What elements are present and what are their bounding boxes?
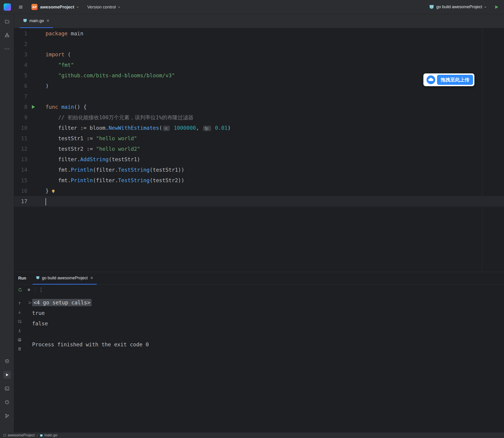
gutter-icon-slot bbox=[27, 175, 46, 186]
folded-output-chip[interactable]: <4 go setup calls> bbox=[32, 299, 92, 306]
line-number[interactable]: 15 bbox=[14, 175, 27, 186]
version-control-widget[interactable]: Version control bbox=[87, 5, 122, 10]
editor-line[interactable]: 16} bbox=[14, 186, 504, 196]
gopher-icon bbox=[429, 4, 434, 10]
line-number[interactable]: 2 bbox=[14, 39, 27, 49]
console-toolbar bbox=[14, 295, 25, 433]
scroll-to-end-icon[interactable] bbox=[16, 327, 23, 334]
code-line-text: func main() { bbox=[46, 102, 86, 112]
run-panel-title[interactable]: Run bbox=[18, 276, 26, 281]
run-tool-window: Run go build awesomeProject × bbox=[14, 272, 504, 433]
line-number[interactable]: 9 bbox=[14, 112, 27, 123]
editor-line[interactable]: 15 fmt.Println(filter.TestString(testStr… bbox=[14, 175, 504, 186]
line-number[interactable]: 1 bbox=[14, 28, 27, 39]
breadcrumb-project[interactable]: awesomeProject bbox=[3, 433, 35, 437]
code-line-text: filter := bloom.NewWithEstimates(n: 1000… bbox=[46, 123, 231, 133]
line-number[interactable]: 12 bbox=[14, 144, 27, 154]
breadcrumb-file[interactable]: main.go bbox=[40, 433, 57, 437]
line-number[interactable]: 3 bbox=[14, 49, 27, 60]
more-tool-windows-icon[interactable]: ⋯ bbox=[3, 45, 11, 53]
run-line-icon[interactable] bbox=[27, 102, 46, 112]
stop-icon[interactable] bbox=[25, 286, 32, 293]
run-tool-window-icon[interactable] bbox=[3, 371, 11, 379]
editor-line[interactable]: 7 bbox=[14, 91, 504, 102]
status-bar: awesomeProject › main.go bbox=[0, 433, 504, 438]
editor-line[interactable]: 10 filter := bloom.NewWithEstimates(n: 1… bbox=[14, 123, 504, 133]
code-editor[interactable]: 1package main23import (4 "fmt"5 "github.… bbox=[14, 28, 504, 272]
line-number[interactable]: 8 bbox=[14, 102, 27, 112]
services-icon[interactable] bbox=[3, 357, 11, 365]
editor-line[interactable]: 11 testStr1 := "hello world" bbox=[14, 133, 504, 144]
code-line-text: fmt.Println(filter.TestString(testStr1)) bbox=[46, 165, 184, 175]
line-number[interactable]: 4 bbox=[14, 60, 27, 70]
code-line-text: "fmt" bbox=[46, 60, 74, 70]
rerun-icon[interactable] bbox=[17, 286, 24, 293]
intention-bulb-icon[interactable] bbox=[51, 189, 56, 194]
line-number[interactable]: 17 bbox=[14, 196, 27, 207]
line-number[interactable]: 13 bbox=[14, 154, 27, 165]
gutter-icon-slot bbox=[27, 123, 46, 133]
console-line bbox=[32, 329, 504, 339]
editor-line[interactable]: 3import ( bbox=[14, 49, 504, 60]
editor-line[interactable]: 1package main bbox=[14, 28, 504, 39]
gutter-icon-slot bbox=[27, 49, 46, 60]
editor-line[interactable]: 4 "fmt" bbox=[14, 60, 504, 70]
gutter-icon-slot bbox=[27, 70, 46, 81]
project-badge[interactable]: AP bbox=[32, 4, 38, 10]
breadcrumb-file-label: main.go bbox=[44, 433, 57, 437]
line-number[interactable]: 5 bbox=[14, 70, 27, 81]
gutter-icon-slot bbox=[27, 144, 46, 154]
editor-line[interactable]: 17 bbox=[14, 196, 504, 207]
down-stacktrace-icon[interactable] bbox=[16, 309, 23, 316]
project-folder-icon[interactable] bbox=[3, 18, 11, 25]
soft-wrap-icon[interactable] bbox=[16, 318, 23, 325]
gutter-icon-slot bbox=[27, 165, 46, 175]
chevron-down-icon[interactable] bbox=[76, 5, 80, 9]
up-stacktrace-icon[interactable] bbox=[16, 300, 23, 307]
editor-line[interactable]: 13 filter.AddString(testStr1) bbox=[14, 154, 504, 165]
run-tab[interactable]: go build awesomeProject × bbox=[32, 272, 97, 285]
code-line-text: fmt.Println(filter.TestString(testStr2)) bbox=[46, 175, 184, 186]
gutter-icon-slot bbox=[27, 186, 46, 196]
editor-line[interactable]: 12 testStr2 := "hello world2" bbox=[14, 144, 504, 154]
gutter-icon-slot bbox=[27, 60, 46, 70]
console-text: false bbox=[32, 321, 48, 327]
terminal-icon[interactable] bbox=[3, 385, 11, 392]
problems-icon[interactable] bbox=[3, 398, 11, 406]
cloud-drive-icon bbox=[426, 75, 436, 85]
close-icon[interactable]: × bbox=[90, 275, 94, 280]
line-number[interactable]: 10 bbox=[14, 123, 27, 133]
chevron-down-icon[interactable] bbox=[483, 5, 487, 9]
code-line-text: ) bbox=[46, 81, 49, 91]
editor-line[interactable]: 14 fmt.Println(filter.TestString(testStr… bbox=[14, 165, 504, 175]
console-text: true bbox=[32, 310, 45, 316]
git-branch-icon[interactable] bbox=[3, 412, 11, 420]
editor-line[interactable]: 8func main() { bbox=[14, 102, 504, 112]
editor-line[interactable]: 9 // 初始化能接收100万个元素，误判率位1%的布隆过滤器 bbox=[14, 112, 504, 123]
clear-console-icon[interactable] bbox=[16, 345, 23, 352]
more-options-icon[interactable]: ⋮ bbox=[38, 286, 44, 293]
console-output[interactable]: ><4 go setup calls>truefalseProcess fini… bbox=[25, 295, 504, 433]
run-panel-header: Run go build awesomeProject × bbox=[14, 272, 504, 285]
project-name[interactable]: awesomeProject bbox=[40, 5, 74, 10]
line-number[interactable]: 7 bbox=[14, 91, 27, 102]
project-icon bbox=[3, 434, 6, 437]
line-number[interactable]: 16 bbox=[14, 186, 27, 196]
fold-arrow-icon[interactable]: > bbox=[28, 297, 32, 308]
editor-line[interactable]: 2 bbox=[14, 39, 504, 49]
code-line-text: package main bbox=[46, 28, 83, 39]
gopher-icon bbox=[36, 275, 40, 280]
line-number[interactable]: 6 bbox=[14, 81, 27, 91]
toolbar-divider bbox=[35, 287, 35, 292]
structure-icon[interactable] bbox=[3, 31, 11, 39]
line-number[interactable]: 14 bbox=[14, 165, 27, 175]
upload-button[interactable]: 拖拽至此上传 bbox=[437, 75, 473, 85]
main-menu-icon[interactable] bbox=[17, 3, 25, 11]
close-icon[interactable]: × bbox=[46, 18, 50, 23]
line-number[interactable]: 11 bbox=[14, 133, 27, 144]
run-button[interactable] bbox=[493, 3, 500, 11]
left-toolbar: ⋯ bbox=[0, 14, 14, 433]
print-icon[interactable] bbox=[16, 336, 23, 343]
tab-main-go[interactable]: main.go × bbox=[20, 14, 53, 28]
run-configuration-selector[interactable]: go build awesomeProject bbox=[436, 5, 482, 9]
